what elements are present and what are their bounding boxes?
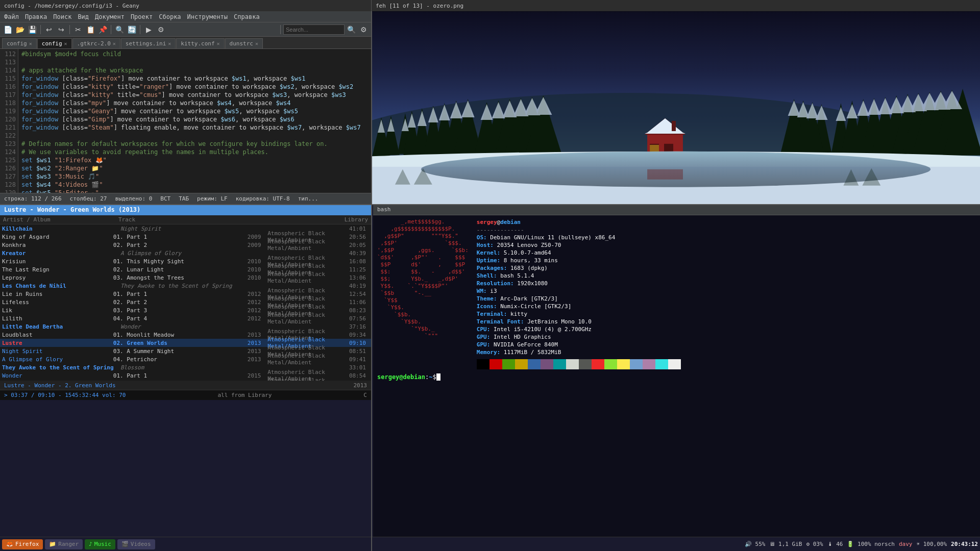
copy-btn[interactable]: 📋 <box>85 24 96 35</box>
geany-titlebar: config - /home/sergey/.config/i3 - Geany <box>0 0 371 11</box>
nf-kernel: Kernel: 5.10.0-7-amd64 <box>477 249 681 257</box>
nf-theme: Theme: Arc-Dark [GTK2/3] <box>477 295 681 303</box>
list-item[interactable]: A Glimpse of Glory 04. Petrichor 2013 At… <box>0 355 371 363</box>
swatch-0 <box>477 359 489 369</box>
horizontal-divider-right <box>371 204 980 205</box>
list-item[interactable]: Konkhra 02. Part 2 2009 Atmospheric Blac… <box>0 241 371 249</box>
search-input[interactable] <box>283 24 345 35</box>
menu-edit[interactable]: Правка <box>25 13 47 20</box>
horizontal-divider-left <box>0 204 371 205</box>
prompt-dir: ~ <box>429 373 432 381</box>
menu-document[interactable]: Документ <box>95 13 125 20</box>
taskbar-user: davy <box>899 541 913 547</box>
list-item[interactable]: Lilith 04. Part 4 2012 Atmospheric Black… <box>0 314 371 322</box>
playbar-status: all from Library <box>217 392 272 398</box>
build-btn[interactable]: ⚙ <box>155 24 166 35</box>
menu-project[interactable]: Проект <box>131 13 153 20</box>
menu-view[interactable]: Вид <box>78 13 89 20</box>
status-line: строка: 112 / 266 <box>4 195 62 202</box>
cmus-list: Killchain Night Spirit 41:01 King of Asg… <box>0 224 371 381</box>
find-btn[interactable]: 🔍 <box>114 24 125 35</box>
geany-statusbar: строка: 112 / 266 столбец: 27 выделено: … <box>0 193 371 204</box>
replace-btn[interactable]: 🔄 <box>126 24 137 35</box>
redo-btn[interactable]: ↪ <box>56 24 67 35</box>
header-library: Library <box>333 216 371 223</box>
search-go-btn[interactable]: 🔍 <box>346 24 357 35</box>
nf-os: OS: Debian GNU/Linux 11 (bullseye) x86_6… <box>477 234 681 241</box>
tab-close-gtkrc[interactable]: ✕ <box>113 41 116 46</box>
taskbar-temp: 🌡 46 <box>827 541 843 547</box>
cmus-title: Lustre - Wonder - Green Worlds (2013) <box>4 206 140 213</box>
videos-label: Videos <box>131 541 151 547</box>
nf-gpu1: GPU: Intel HD Graphics <box>477 333 681 341</box>
save-btn[interactable]: 💾 <box>27 24 38 35</box>
nf-cpu: CPU: Intel i5-4210U (4) @ 2.700GHz <box>477 325 681 333</box>
cmus-titlebar: Lustre - Wonder - Green Worlds (2013) <box>0 204 371 215</box>
swatch-10 <box>604 359 617 369</box>
main-container: config - /home/sergey/.config/i3 - Geany… <box>0 0 980 551</box>
tab-kitty[interactable]: kitty.conf ✕ <box>176 38 224 48</box>
neofetch-info: sergey@debian -------------- OS: Debian … <box>477 218 681 369</box>
color-swatches <box>477 359 681 369</box>
undo-btn[interactable]: ↩ <box>43 24 55 35</box>
menu-build[interactable]: Сборка <box>159 13 181 20</box>
feh-titlebar: feh [11 of 13] - ozero.png <box>371 0 980 11</box>
settings-btn[interactable]: ⚙ <box>358 24 369 35</box>
taskbar-volume: 🔊 55% <box>745 541 766 547</box>
nf-terminal: Terminal: kitty <box>477 310 681 318</box>
run-btn[interactable]: ▶ <box>143 24 154 35</box>
taskbar-firefox[interactable]: 🦊 Firefox <box>2 539 43 549</box>
tab-close-dunstrc[interactable]: ✕ <box>255 41 258 46</box>
status-col: столбец: 27 <box>70 195 107 202</box>
menu-search[interactable]: Поиск <box>53 13 71 20</box>
tab-settings[interactable]: settings.ini ✕ <box>121 38 176 48</box>
cursor-block <box>436 373 440 381</box>
firefox-label: Firefox <box>15 541 39 547</box>
list-item[interactable]: Leprosy 03. Amongst the Trees 2010 Atmos… <box>0 273 371 282</box>
taskbar-battery: 🔋 100% norsch <box>847 541 894 547</box>
playbar-time: > 03:37 / 09:10 - 1545:32:44 vol: 70 <box>4 392 126 398</box>
swatch-13 <box>643 359 655 369</box>
menu-tools[interactable]: Инструменты <box>187 13 228 20</box>
taskbar-music[interactable]: ♪ Music <box>85 539 115 549</box>
taskbar-brightness: ☀ 100,00% <box>916 541 947 547</box>
swatch-7 <box>566 359 579 369</box>
geany-title: config - /home/sergey/.config/i3 - Geany <box>4 3 139 9</box>
tab-config1[interactable]: config ✕ <box>2 38 37 48</box>
svg-rect-76 <box>647 169 683 180</box>
cmus-headers: Artist / Album Track Library <box>0 215 371 224</box>
code-content[interactable]: #bindsym $mod+d focus child # apps attac… <box>18 49 371 193</box>
nf-terminal-font: Terminal Font: JetBrains Mono 10.0 <box>477 318 681 325</box>
menu-help[interactable]: Справка <box>234 13 260 20</box>
tab-close[interactable]: ✕ <box>29 41 32 46</box>
feh-image-svg <box>372 11 980 204</box>
code-area: 112 113 114 115 116 117 118 119 120 121 … <box>0 49 371 193</box>
swatch-3 <box>515 359 528 369</box>
tab-close-kitty[interactable]: ✕ <box>217 41 220 46</box>
new-btn[interactable]: 📄 <box>2 24 13 35</box>
tab-close-active[interactable]: ✕ <box>64 41 67 46</box>
taskbar-videos[interactable]: 🎬 Videos <box>117 539 155 549</box>
taskbar-ranger[interactable]: 📁 Ranger <box>45 539 83 549</box>
neofetch-container: _,met$$$$$gg. ,g$$$$$$$$$$$$$$$P. ,g$$P"… <box>377 218 976 369</box>
menu-file[interactable]: Файл <box>4 13 19 20</box>
tab-close-settings[interactable]: ✕ <box>168 41 171 46</box>
nf-wm: WM: i3 <box>477 287 681 295</box>
header-track: Track <box>118 216 261 223</box>
tab-gtkrc[interactable]: .gtkrc-2.0 ✕ <box>72 38 120 48</box>
geany-tabs: config ✕ config ✕ .gtkrc-2.0 ✕ settings.… <box>0 37 371 49</box>
open-btn[interactable]: 📂 <box>14 24 26 35</box>
tab-config2[interactable]: config ✕ <box>37 38 72 48</box>
cut-btn[interactable]: ✂ <box>72 24 84 35</box>
tab-dunstrc[interactable]: dunstrc ✕ <box>225 38 263 48</box>
nf-memory: Memory: 1117MiB / 5832MiB <box>477 348 681 356</box>
ranger-label: Ranger <box>58 541 79 547</box>
feh-title: feh [11 of 13] - ozero.png <box>376 3 463 9</box>
cmus-now-playing: Lustre - Wonder - 2. Green Worlds <box>4 382 116 389</box>
swatch-6 <box>553 359 566 369</box>
nf-sep: -------------- <box>477 226 681 234</box>
status-enc: кодировка: UTF-8 <box>236 195 290 202</box>
nf-icons: Icons: Numix-Circle [GTK2/3] <box>477 303 681 310</box>
paste-btn[interactable]: 📌 <box>97 24 108 35</box>
prompt-colon: : <box>425 373 429 381</box>
